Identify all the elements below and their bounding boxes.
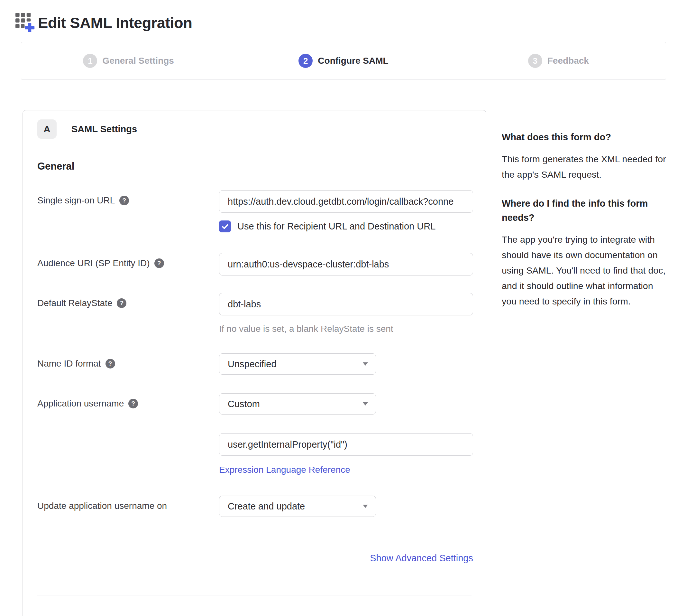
expression-language-reference-link[interactable]: Expression Language Reference [219, 465, 350, 475]
app-username-select[interactable]: Custom [219, 393, 376, 415]
chevron-down-icon [363, 362, 368, 366]
chevron-down-icon [363, 402, 368, 405]
show-advanced-settings-link[interactable]: Show Advanced Settings [370, 553, 473, 563]
chevron-down-icon [363, 505, 368, 508]
step-configure-saml[interactable]: 2 Configure SAML [236, 42, 451, 80]
nameid-format-label: Name ID format [37, 358, 101, 369]
nameid-controls: Unspecified [219, 353, 472, 375]
relaystate-input[interactable] [219, 293, 473, 315]
app-username-selected: Custom [228, 399, 260, 410]
app-username-label-cell: Application username ? [37, 393, 219, 409]
nameid-help-icon[interactable]: ? [106, 359, 115, 369]
help-question-1: What does this form do? [502, 130, 670, 144]
relaystate-help-icon[interactable]: ? [117, 298, 127, 308]
relaystate-label-cell: Default RelayState ? [37, 293, 219, 308]
help-question-2: Where do I find the info this form needs… [502, 196, 670, 225]
update-username-label: Update application username on [37, 501, 167, 511]
app-username-custom-input[interactable] [219, 433, 473, 456]
step-3-label: Feedback [547, 56, 589, 66]
step-1-badge: 1 [83, 54, 97, 68]
page-title: Edit SAML Integration [38, 14, 192, 31]
sso-url-row: Single sign-on URL ? Use this for Recipi… [37, 190, 472, 233]
step-2-label: Configure SAML [318, 56, 388, 66]
nameid-format-row: Name ID format ? Unspecified [37, 353, 472, 375]
recipient-url-checkbox[interactable] [219, 220, 231, 233]
update-username-select[interactable]: Create and update [219, 496, 376, 517]
sso-url-label-cell: Single sign-on URL ? [37, 190, 219, 206]
page-header: Edit SAML Integration [0, 0, 687, 32]
sso-url-help-icon[interactable]: ? [119, 196, 129, 205]
nameid-label-cell: Name ID format ? [37, 353, 219, 369]
wizard-steps: 1 General Settings 2 Configure SAML 3 Fe… [21, 42, 666, 80]
section-divider [37, 595, 472, 595]
sso-checkbox-row: Use this for Recipient URL and Destinati… [219, 220, 473, 233]
audience-uri-input[interactable] [219, 253, 473, 276]
update-username-controls: Create and update [219, 496, 472, 517]
step-3-badge: 3 [528, 54, 542, 68]
checkmark-icon [221, 223, 229, 230]
panel-header: A SAML Settings [37, 119, 472, 139]
recipient-url-checkbox-label[interactable]: Use this for Recipient URL and Destinati… [237, 221, 435, 232]
audience-uri-label: Audience URI (SP Entity ID) [37, 258, 150, 268]
panel-title: SAML Settings [71, 124, 137, 134]
app-username-row: Application username ? Custom Expression… [37, 393, 472, 475]
nameid-format-select[interactable]: Unspecified [219, 353, 376, 375]
relaystate-controls: If no value is set, a blank RelayState i… [219, 293, 473, 334]
sso-url-input[interactable] [219, 190, 473, 213]
relaystate-label: Default RelayState [37, 298, 112, 308]
relaystate-helper-text: If no value is set, a blank RelayState i… [219, 324, 473, 334]
step-1-label: General Settings [102, 56, 174, 66]
advanced-settings-row: Show Advanced Settings [37, 553, 473, 564]
app-username-help-icon[interactable]: ? [128, 399, 138, 409]
audience-uri-help-icon[interactable]: ? [154, 259, 164, 268]
help-sidebar: What does this form do? This form genera… [502, 110, 670, 309]
help-answer-1: This form generates the XML needed for t… [502, 151, 670, 182]
relaystate-row: Default RelayState ? If no value is set,… [37, 293, 472, 334]
sso-url-controls: Use this for Recipient URL and Destinati… [219, 190, 473, 233]
step-feedback[interactable]: 3 Feedback [451, 42, 666, 80]
update-username-row: Update application username on Create an… [37, 496, 472, 517]
saml-app-icon [16, 13, 35, 32]
main-content: A SAML Settings General Single sign-on U… [0, 110, 687, 616]
help-answer-2: The app you're trying to integrate with … [502, 232, 670, 309]
app-username-label: Application username [37, 398, 124, 409]
saml-settings-panel: A SAML Settings General Single sign-on U… [23, 110, 486, 616]
audience-uri-controls [219, 253, 473, 276]
sso-url-label: Single sign-on URL [37, 195, 115, 206]
audience-uri-row: Audience URI (SP Entity ID) ? [37, 253, 472, 276]
update-username-label-cell: Update application username on [37, 496, 219, 511]
nameid-format-selected: Unspecified [228, 359, 277, 370]
section-a-badge: A [37, 119, 56, 139]
step-general-settings[interactable]: 1 General Settings [21, 42, 236, 80]
update-username-selected: Create and update [228, 501, 305, 512]
step-2-badge: 2 [298, 54, 313, 68]
general-section-heading: General [37, 160, 472, 172]
audience-uri-label-cell: Audience URI (SP Entity ID) ? [37, 253, 219, 268]
app-username-controls: Custom Expression Language Reference [219, 393, 473, 475]
